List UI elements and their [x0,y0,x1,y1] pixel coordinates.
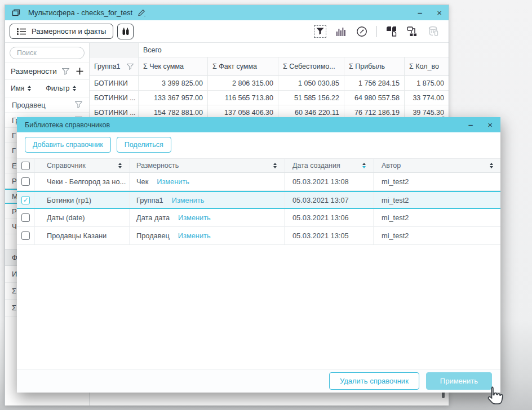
row-checkbox[interactable] [21,213,30,222]
pivot-col-header[interactable]: Σ Кол_во [405,57,449,76]
sort-by-filter[interactable]: Фильтр [46,84,76,92]
toolbar-icon-group [314,20,440,42]
edit-link[interactable]: Изменить [178,231,211,240]
filter-col-label: Фильтр [46,84,69,92]
sort-icon[interactable] [118,163,122,168]
archive-tool-button-disabled [427,25,440,38]
edit-pencil-icon[interactable] [137,9,146,17]
pivot-col-header[interactable]: Σ Факт сумма [208,57,278,76]
library-dialog: Библиотека справочников – × Добавить спр… [17,117,500,393]
dialog-titlebar: Библиотека справочников – × [17,117,500,132]
main-toolbar: Размерности и факты [5,20,449,43]
main-titlebar: Мультисфера - checks_for_test – × [5,5,449,20]
sort-icon[interactable] [490,163,493,168]
delete-dictionary-button[interactable]: Удалить справочник [329,372,419,390]
pivot-col-header[interactable]: Σ Себестоимо... [278,57,344,76]
minimize-button[interactable]: – [418,8,422,17]
archive-icon [428,26,439,37]
dimension-value: Продавец [136,231,170,240]
filter-icon [316,28,324,35]
name-col-label: Имя [11,84,24,92]
search-wrap [5,43,89,63]
hierarchy-icon [407,26,419,37]
select-all-cell[interactable] [17,159,35,172]
dictionary-table: Справочник Размерность Дата создания Авт… [17,158,500,245]
dictionary-row-selected[interactable]: Ботинки (гр1) Группа1 Изменить 05.03.202… [17,191,500,209]
filter-tool-button[interactable] [314,25,326,38]
dimension-value: Чек [136,177,148,186]
sort-by-name[interactable]: Имя [11,84,31,92]
sidebar-column-headers: Имя Фильтр [5,80,89,97]
row-checkbox[interactable] [21,177,30,186]
dialog-toolbar: Добавить справочник Поделиться [17,132,500,158]
add-dictionary-button[interactable]: Добавить справочник [25,137,111,153]
sort-icon [73,86,76,91]
dialog-empty-area [17,245,500,369]
dimensions-section-label: Размерности [11,67,57,75]
header-date[interactable]: Дата создания [285,159,374,172]
binoculars-icon [121,27,130,36]
dimensions-facts-button[interactable]: Размерности и факты [10,24,113,39]
dialog-close-button[interactable]: × [487,121,493,129]
pivot-header-row: Группа1 Σ Чек сумма Σ Факт сумма Σ Себес… [90,57,449,76]
header-dictionary[interactable]: Справочник [35,159,130,172]
pivot-corner-cell [90,43,139,57]
dictionary-row[interactable]: Даты (date) Дата дата Изменить 05.03.202… [17,209,500,227]
dimension-value: Дата дата [136,213,170,222]
pivot-col-header[interactable]: Σ Прибыль [344,57,405,76]
toolbar-separator [376,26,377,37]
export-tool-button[interactable] [385,25,398,38]
edit-link[interactable]: Изменить [157,177,189,186]
add-dimension-icon[interactable] [76,68,83,75]
edit-link[interactable]: Изменить [178,213,211,222]
dialog-footer: Удалить справочник Применить [17,369,500,393]
filter-icon[interactable] [75,101,82,108]
filter-icon[interactable] [127,64,134,70]
row-checkbox-checked[interactable] [21,196,30,204]
list-icon [17,28,26,35]
dialog-minimize-button[interactable]: – [468,121,473,129]
filter-icon[interactable] [62,68,69,75]
select-all-checkbox[interactable] [21,162,30,170]
pivot-data-row[interactable]: БОТИНКИ ... 133 367 957.00 116 565 713.8… [90,91,449,105]
dimensions-facts-label: Размерности и факты [32,27,106,35]
pivot-col-gruppa1[interactable]: Группа1 [90,57,139,76]
edit-link[interactable]: Изменить [172,196,205,204]
search-input[interactable] [10,47,85,59]
share-button[interactable]: Поделиться [117,137,171,153]
sort-icon[interactable] [273,163,277,168]
dimensions-section-header: Размерности [5,63,89,80]
pivot-data-row[interactable]: БОТИНКИ 3 399 825.00 2 806 315.00 1 050 … [90,76,449,91]
dictionary-table-header: Справочник Размерность Дата создания Авт… [17,158,500,173]
pivot-total-row: Всего [90,43,449,57]
sidebar-item-prodavec[interactable]: Продавец [5,97,89,113]
header-dimension[interactable]: Размерность [130,159,285,172]
dialog-title: Библиотека справочников [25,121,110,129]
close-button[interactable]: × [437,8,442,17]
apply-button[interactable]: Применить [426,372,492,390]
window-title: Мультисфера - checks_for_test [28,8,132,17]
gauge-tool-button[interactable] [356,25,368,38]
gauge-icon [356,26,367,37]
copy-documents-icon [386,26,397,37]
window-restore-icon [12,9,20,16]
sort-icon-active[interactable] [362,163,366,168]
dimension-value: Группа1 [136,196,163,204]
binoculars-button[interactable] [117,24,134,39]
bar-chart-icon [336,27,346,36]
hand-cursor [484,384,505,408]
dictionary-row[interactable]: Продавцы Казани Продавец Изменить 05.03.… [17,227,500,245]
row-checkbox[interactable] [21,231,30,240]
header-author[interactable]: Автор [374,159,500,172]
dictionary-row[interactable]: Чеки - Белгород за но... Чек Изменить 05… [17,173,500,191]
pivot-total-label: Всего [139,43,449,57]
chart-tool-button[interactable] [335,25,347,38]
pivot-col-header[interactable]: Σ Чек сумма [139,57,208,76]
hierarchy-tool-button[interactable] [406,25,419,38]
sort-icon [28,86,31,91]
